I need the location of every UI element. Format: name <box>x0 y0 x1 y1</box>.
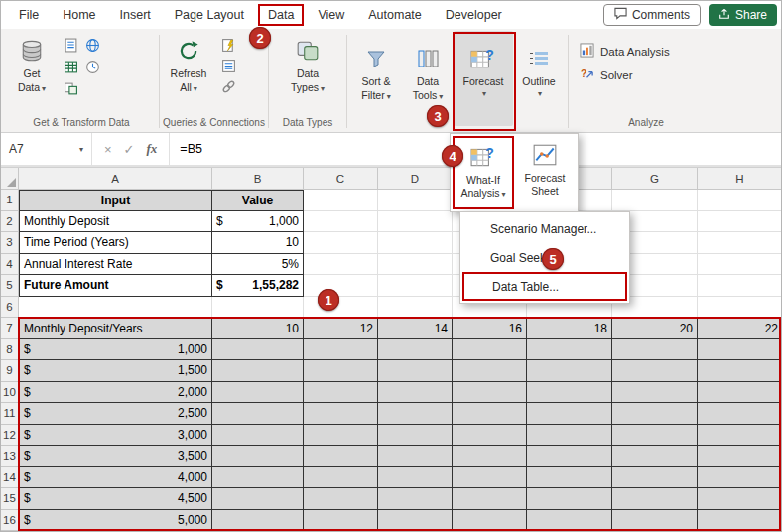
existing-connections-button[interactable] <box>61 81 80 99</box>
tab-automate[interactable]: Automate <box>358 4 432 26</box>
cell-E9[interactable] <box>453 360 527 382</box>
cell-F13[interactable] <box>527 446 612 467</box>
get-data-button[interactable]: Get Data▾ <box>7 33 57 94</box>
cell-C13[interactable] <box>304 446 378 467</box>
cell-C2[interactable] <box>304 211 378 233</box>
cell-D9[interactable] <box>378 360 453 382</box>
properties-button[interactable] <box>218 59 238 76</box>
tab-developer[interactable]: Developer <box>436 4 512 26</box>
cell-H10[interactable] <box>698 382 782 404</box>
enter-check-icon[interactable]: ✓ <box>124 142 135 157</box>
cell-C12[interactable] <box>304 425 378 447</box>
cell-D12[interactable] <box>378 425 453 447</box>
row-header-1[interactable]: 1 <box>1 190 19 211</box>
cell-C15[interactable] <box>304 488 378 510</box>
cell-F12[interactable] <box>527 425 612 447</box>
column-header-C[interactable]: C <box>304 168 378 190</box>
what-if-analysis-button[interactable]: ? What-If Analysis▾ <box>453 136 514 209</box>
cell-G13[interactable] <box>612 446 698 467</box>
cell-E12[interactable] <box>453 425 527 447</box>
cell-B8[interactable] <box>212 339 304 361</box>
cell-H3[interactable] <box>698 232 782 254</box>
cell-A2[interactable]: Monthly Deposit <box>19 211 212 233</box>
cell-F15[interactable] <box>527 488 612 510</box>
cell-D2[interactable] <box>378 211 453 233</box>
comments-button[interactable]: Comments <box>603 4 701 26</box>
cell-A8[interactable]: $1,000 <box>19 339 212 361</box>
cell-G16[interactable] <box>612 510 698 532</box>
cell-H6[interactable] <box>698 297 782 319</box>
cell-F7[interactable]: 18 <box>527 318 612 339</box>
cell-B15[interactable] <box>212 488 304 510</box>
from-text-csv-button[interactable] <box>61 38 80 56</box>
cell-B4[interactable]: 5% <box>212 254 304 276</box>
cell-G1[interactable] <box>612 190 698 211</box>
cell-D13[interactable] <box>378 446 453 467</box>
cell-C9[interactable] <box>304 360 378 382</box>
cell-A4[interactable]: Annual Interest Rate <box>19 254 212 276</box>
cell-A7[interactable]: Monthly Deposit/Years <box>19 318 212 339</box>
cell-A9[interactable]: $1,500 <box>19 360 212 382</box>
cell-A10[interactable]: $2,000 <box>19 382 212 404</box>
row-header-12[interactable]: 12 <box>1 425 19 447</box>
column-header-B[interactable]: B <box>212 168 304 190</box>
cell-F9[interactable] <box>527 360 612 382</box>
column-header-G[interactable]: G <box>612 168 698 190</box>
cell-A11[interactable]: $2,500 <box>19 403 212 425</box>
cell-A3[interactable]: Time Period (Years) <box>19 232 212 254</box>
cell-D10[interactable] <box>378 382 453 404</box>
cell-C1[interactable] <box>304 190 378 211</box>
cell-A6[interactable] <box>19 297 212 319</box>
row-header-16[interactable]: 16 <box>1 510 19 532</box>
cell-C7[interactable]: 12 <box>304 318 378 339</box>
cell-H14[interactable] <box>698 467 782 489</box>
row-header-14[interactable]: 14 <box>1 467 19 489</box>
cell-A12[interactable]: $3,000 <box>19 425 212 447</box>
cell-G7[interactable]: 20 <box>612 318 698 339</box>
forecast-sheet-button[interactable]: Forecast Sheet <box>514 136 576 209</box>
cell-E8[interactable] <box>453 339 527 361</box>
row-header-9[interactable]: 9 <box>1 360 19 382</box>
cell-E13[interactable] <box>453 446 527 467</box>
cell-D1[interactable] <box>378 190 453 211</box>
cell-D4[interactable] <box>378 254 453 276</box>
column-header-A[interactable]: A <box>19 168 212 190</box>
data-analysis-button[interactable]: Data Analysis <box>580 43 670 60</box>
cell-H12[interactable] <box>698 425 782 447</box>
cell-G9[interactable] <box>612 360 698 382</box>
name-box[interactable]: A7 ▾ <box>1 133 92 165</box>
row-header-10[interactable]: 10 <box>1 382 19 404</box>
forecast-button[interactable]: ? Forecast ▾ <box>454 31 513 126</box>
cell-C4[interactable] <box>304 254 378 276</box>
cell-C10[interactable] <box>304 382 378 404</box>
cell-A1[interactable]: Input <box>19 190 212 211</box>
cell-G10[interactable] <box>612 382 698 404</box>
cell-A14[interactable]: $4,000 <box>19 467 212 489</box>
cell-D6[interactable] <box>378 297 453 319</box>
cell-G14[interactable] <box>612 467 698 489</box>
cell-G11[interactable] <box>612 403 698 425</box>
outline-button[interactable]: Outline ▾ <box>513 31 565 126</box>
cell-H7[interactable]: 22 <box>698 318 782 339</box>
row-header-4[interactable]: 4 <box>1 254 19 276</box>
cell-H13[interactable] <box>698 446 782 467</box>
cell-B9[interactable] <box>212 360 304 382</box>
row-header-5[interactable]: 5 <box>1 275 19 297</box>
tab-insert[interactable]: Insert <box>110 4 161 26</box>
cell-H15[interactable] <box>698 488 782 510</box>
cell-B6[interactable] <box>212 297 304 319</box>
cell-E11[interactable] <box>453 403 527 425</box>
cell-F14[interactable] <box>527 467 612 489</box>
cell-G8[interactable] <box>612 339 698 361</box>
cell-H16[interactable] <box>698 510 782 532</box>
cell-B1[interactable]: Value <box>212 190 304 211</box>
menu-item-data-table[interactable]: Data Table... <box>462 272 627 301</box>
tab-file[interactable]: File <box>9 4 49 26</box>
refresh-all-button[interactable]: Refresh All▾ <box>163 33 214 94</box>
row-header-13[interactable]: 13 <box>1 446 19 467</box>
menu-item-scenario-manager[interactable]: Scenario Manager... <box>460 214 629 243</box>
cell-E7[interactable]: 16 <box>453 318 527 339</box>
edit-links-button[interactable] <box>218 79 238 97</box>
cell-C16[interactable] <box>304 510 378 532</box>
queries-connections-button[interactable] <box>218 38 238 56</box>
